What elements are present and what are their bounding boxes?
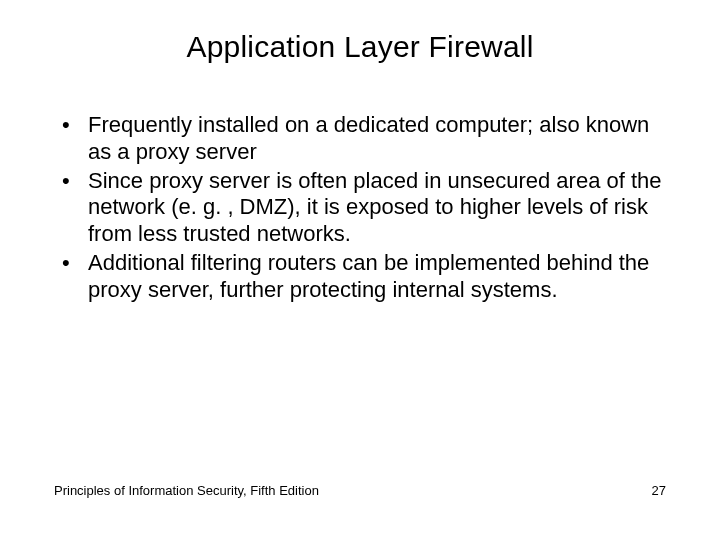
list-item: Additional filtering routers can be impl… bbox=[54, 250, 666, 304]
slide-footer: Principles of Information Security, Fift… bbox=[54, 483, 666, 498]
slide: Application Layer Firewall Frequently in… bbox=[0, 0, 720, 540]
list-item: Frequently installed on a dedicated comp… bbox=[54, 112, 666, 166]
list-item: Since proxy server is often placed in un… bbox=[54, 168, 666, 248]
page-number: 27 bbox=[652, 483, 666, 498]
bullet-list: Frequently installed on a dedicated comp… bbox=[54, 112, 666, 304]
footer-source: Principles of Information Security, Fift… bbox=[54, 483, 319, 498]
slide-body: Frequently installed on a dedicated comp… bbox=[0, 72, 720, 304]
slide-title: Application Layer Firewall bbox=[0, 0, 720, 72]
